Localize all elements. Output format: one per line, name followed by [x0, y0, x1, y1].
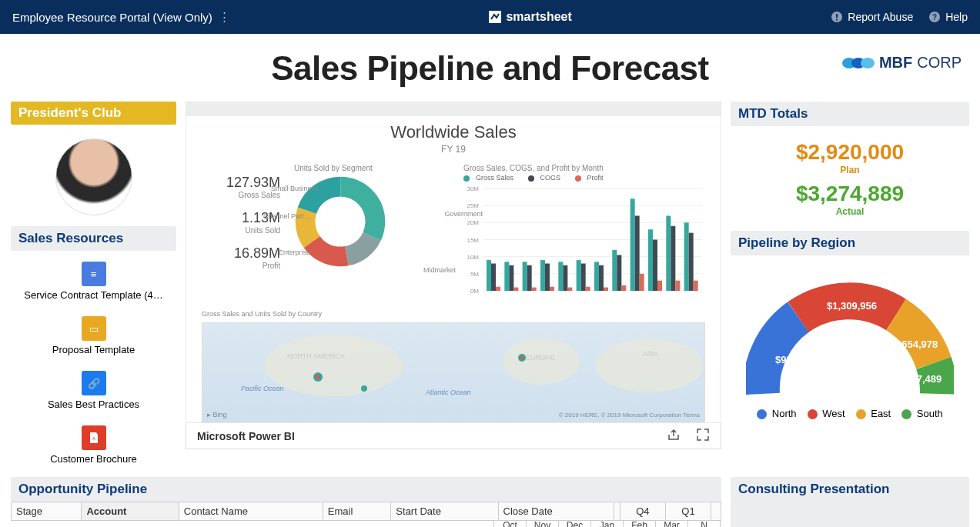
svg-text:5M: 5M [470, 271, 479, 278]
region-legend: North West East South [738, 408, 962, 419]
company-logo: MBFCORP [842, 54, 962, 72]
bar-chart: 0M5M10M15M20M25M30M [463, 185, 702, 304]
gauge-east-label: $654,978 [896, 339, 938, 350]
svg-rect-55 [657, 281, 662, 291]
svg-rect-57 [671, 226, 675, 291]
card-icon: ▭ [82, 316, 106, 341]
svg-rect-2 [836, 14, 838, 18]
smartsheet-logo-icon [489, 11, 501, 23]
report-abuse-link[interactable]: Report Abuse [831, 11, 913, 23]
alert-icon [831, 11, 843, 23]
pdf-icon: A [82, 425, 106, 450]
svg-text:10M: 10M [467, 254, 479, 261]
svg-text:30M: 30M [467, 185, 479, 192]
svg-rect-49 [621, 285, 626, 291]
svg-text:15M: 15M [467, 237, 479, 244]
chart-title: Worldwide Sales [202, 122, 705, 142]
consulting-header: Consulting Presentation [731, 477, 969, 502]
svg-rect-58 [675, 281, 680, 291]
page-context-title: Employee Resource Portal (View Only) [12, 11, 212, 24]
svg-rect-39 [563, 265, 567, 291]
help-link[interactable]: ? Help [928, 11, 968, 23]
svg-point-62 [264, 335, 403, 396]
col-account[interactable]: Account [82, 502, 179, 521]
chart-subtitle: FY 19 [202, 144, 705, 155]
title-row: Sales Pipeline and Forecast MBFCORP [0, 34, 980, 102]
svg-rect-53 [648, 229, 653, 291]
page-title: Sales Pipeline and Forecast [0, 49, 980, 88]
col-start-date[interactable]: Start Date [391, 502, 498, 521]
avatar-image[interactable] [55, 138, 132, 215]
svg-rect-47 [612, 250, 617, 291]
link-icon: 🔗 [82, 371, 106, 395]
svg-rect-45 [599, 265, 604, 291]
gauge-chart: $982,467 $1,309,956 $654,978 $327,489 [746, 279, 954, 402]
sales-resources-header: Sales Resources [11, 226, 176, 251]
document-icon: ≡ [82, 262, 106, 286]
col-contact[interactable]: Contact Name [179, 502, 323, 521]
svg-text:25M: 25M [467, 202, 479, 209]
resource-best-practices[interactable]: 🔗 Sales Best Practices [11, 366, 176, 415]
svg-rect-59 [684, 222, 689, 291]
bar-legend: Gross Sales COGS Profit [463, 174, 705, 182]
svg-rect-43 [586, 287, 590, 291]
resource-customer-brochure[interactable]: A Customer Brochure [11, 421, 176, 469]
opportunity-pipeline-panel: Opportunity Pipeline Stage Account Conta… [11, 477, 721, 527]
resource-proposal-template[interactable]: ▭ Proposal Template [11, 312, 176, 360]
pipeline-header: Opportunity Pipeline [11, 477, 721, 502]
brand-name: smartsheet [506, 10, 571, 24]
col-q1: Q1 [665, 502, 711, 521]
svg-rect-0 [489, 11, 501, 23]
map-attribution: © 2019 HERE, © 2019 Microsoft Corporatio… [559, 412, 700, 419]
svg-rect-44 [594, 262, 599, 291]
app-header: Employee Resource Portal (View Only) ⋮ s… [0, 0, 980, 34]
company-name-bold: MBF [879, 54, 912, 72]
right-sidebar: MTD Totals $2,920,000 Plan $3,274,889 Ac… [731, 102, 969, 469]
consulting-content[interactable] [731, 502, 969, 527]
svg-rect-36 [545, 264, 550, 291]
svg-point-69 [361, 385, 367, 392]
col-stage[interactable]: Stage [12, 502, 82, 521]
consulting-panel: Consulting Presentation [731, 477, 969, 527]
col-close-date[interactable]: Close Date [498, 502, 614, 521]
svg-rect-46 [604, 288, 608, 291]
svg-rect-52 [640, 274, 644, 291]
mtd-values: $2,920,000 Plan $3,274,889 Actual [731, 134, 969, 223]
help-icon: ? [928, 11, 941, 23]
svg-rect-61 [694, 281, 698, 291]
donut-chart-area: Units Sold by Segment Small Business Cha… [294, 164, 456, 307]
svg-text:20M: 20M [467, 219, 479, 226]
more-icon[interactable]: ⋮ [219, 10, 230, 24]
mtd-actual-value: $3,274,889 [731, 182, 969, 206]
share-icon[interactable] [667, 428, 681, 444]
bing-attribution: ▸ Bing [207, 411, 227, 419]
svg-rect-29 [504, 262, 509, 291]
gauge-west-label: $1,309,956 [827, 300, 877, 312]
pipeline-table[interactable]: Stage Account Contact Name Email Start D… [11, 502, 721, 521]
company-logo-icon [842, 58, 875, 68]
mtd-header: MTD Totals [731, 102, 969, 126]
powerbi-widget[interactable]: Worldwide Sales FY 19 127.93MGross Sales… [186, 102, 721, 423]
svg-rect-37 [550, 287, 554, 291]
expand-icon[interactable] [696, 428, 710, 444]
svg-rect-60 [689, 233, 694, 291]
resource-service-contract[interactable]: ≡ Service Contract Template (4… [11, 257, 176, 305]
svg-rect-31 [513, 288, 518, 291]
svg-rect-50 [630, 198, 635, 291]
left-sidebar: President's Club Sales Resources ≡ Servi… [11, 102, 176, 469]
svg-text:?: ? [932, 13, 937, 22]
svg-text:0M: 0M [470, 288, 479, 295]
svg-rect-32 [523, 262, 527, 291]
presidents-club-header: President's Club [11, 102, 176, 125]
svg-rect-48 [617, 255, 621, 291]
svg-text:A: A [92, 436, 95, 441]
kpi-gross-sales: 127.93M [202, 175, 280, 191]
svg-rect-56 [666, 215, 671, 291]
svg-rect-33 [527, 265, 532, 291]
header-title-area: Employee Resource Portal (View Only) ⋮ [12, 10, 230, 24]
svg-rect-42 [581, 264, 586, 291]
gauge-south-label: $327,489 [900, 373, 942, 385]
svg-rect-30 [509, 265, 513, 291]
header-actions: Report Abuse ? Help [831, 11, 968, 23]
col-email[interactable]: Email [323, 502, 391, 521]
